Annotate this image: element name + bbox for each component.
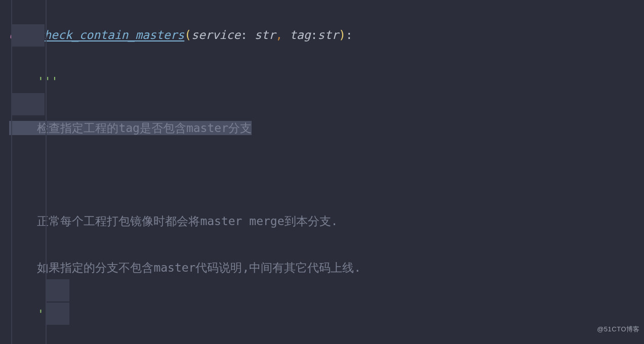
watermark-text: @51CTO博客 [597, 318, 640, 341]
param: tag [290, 28, 311, 41]
gutter-highlight [12, 93, 45, 115]
gutter-highlight [47, 303, 69, 325]
code-line[interactable] [9, 163, 644, 186]
comma: , [275, 28, 290, 41]
code-line[interactable]: 检查指定工程的tag是否包含master分支 [9, 116, 644, 140]
colon: : [346, 28, 353, 41]
docstring-text: 如果指定的分支不包含master代码说明,中间有其它代码上线. [9, 261, 361, 274]
paren: ) [339, 28, 346, 41]
type: str [317, 28, 339, 41]
code-line[interactable]: def check_contain_masters(service: str, … [9, 23, 644, 47]
gutter-highlight [12, 24, 45, 47]
type: str [255, 28, 276, 41]
code-line[interactable]: ''' [9, 70, 644, 93]
function-name: check_contain_masters [37, 28, 184, 41]
code-editor[interactable]: def check_contain_masters(service: str, … [0, 0, 644, 344]
paren: ( [184, 28, 191, 41]
docstring-open: ''' [9, 75, 58, 88]
docstring-text: 正常每个工程打包镜像时都会将master merge到本分支. [9, 214, 338, 228]
code-line[interactable]: 如果指定的分支不包含master代码说明,中间有其它代码上线. [9, 256, 644, 279]
colon: : [240, 28, 255, 41]
param: service [191, 28, 240, 41]
indent-guide [11, 0, 12, 344]
colon: : [310, 28, 317, 41]
gutter-highlight [47, 279, 69, 302]
code-line[interactable]: 正常每个工程打包镜像时都会将master merge到本分支. [9, 209, 644, 233]
code-line[interactable]: ''' [9, 303, 644, 326]
